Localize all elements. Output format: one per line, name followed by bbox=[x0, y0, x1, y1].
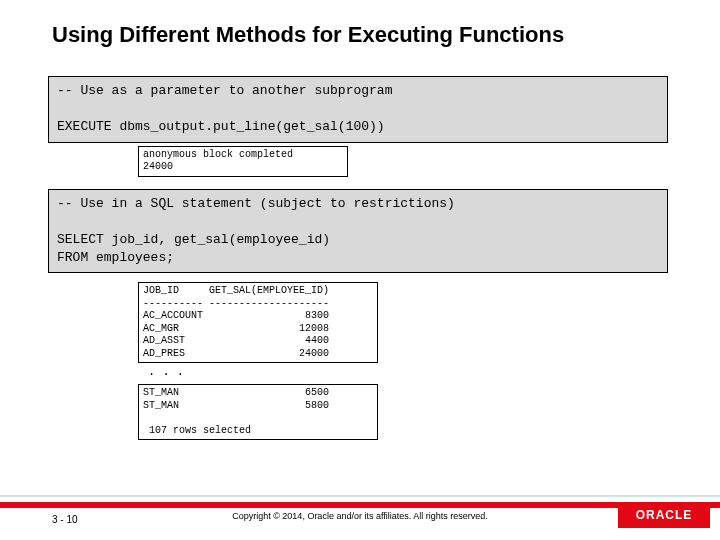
oracle-logo-text: ORACLE bbox=[636, 508, 693, 522]
separator-line bbox=[0, 495, 720, 497]
slide-content: -- Use as a parameter to another subprog… bbox=[0, 48, 720, 440]
code-block-sql-usage: -- Use in a SQL statement (subject to re… bbox=[48, 189, 668, 274]
code-block-parameter-usage: -- Use as a parameter to another subprog… bbox=[48, 76, 668, 143]
copyright-text: Copyright © 2014, Oracle and/or its affi… bbox=[0, 508, 720, 522]
output-block-query-top: JOB_ID GET_SAL(EMPLOYEE_ID) ---------- -… bbox=[138, 282, 378, 363]
output-block-query-bottom: ST_MAN 6500 ST_MAN 5800 107 rows selecte… bbox=[138, 384, 378, 440]
oracle-logo: ORACLE bbox=[618, 502, 710, 528]
slide-footer: 3 - 10 Copyright © 2014, Oracle and/or i… bbox=[0, 502, 720, 540]
output-block-anonymous: anonymous block completed 24000 bbox=[138, 146, 348, 177]
slide-title: Using Different Methods for Executing Fu… bbox=[0, 0, 720, 48]
output-ellipsis: . . . bbox=[148, 363, 680, 381]
